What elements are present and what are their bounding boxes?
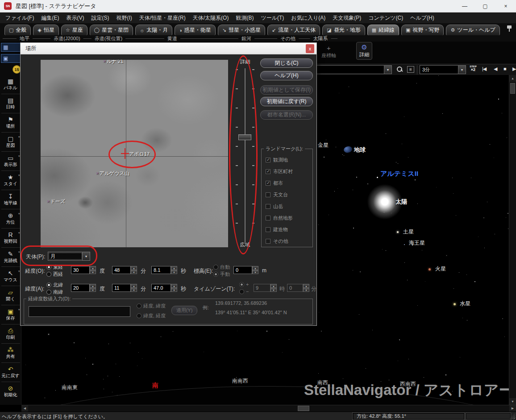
search-icon[interactable] <box>396 66 403 73</box>
elevation-spinner[interactable]: ▲▼ <box>252 266 258 274</box>
body-select[interactable]: 月 <box>48 252 90 261</box>
radio-selected[interactable] <box>46 283 51 287</box>
scroll-down-arrow[interactable]: ▼ <box>509 398 516 405</box>
radio-disabled[interactable] <box>137 313 141 318</box>
latitude-minutes-spinner[interactable]: ▲▼ <box>131 284 137 292</box>
slider-track[interactable] <box>245 68 246 242</box>
landmark-observation-site[interactable]: 観測地 <box>266 157 288 163</box>
step-back-button[interactable]: ◀ <box>494 66 497 72</box>
latitude-degrees-spinner[interactable]: ▲▼ <box>90 284 96 292</box>
list-icon[interactable]: ≡ <box>407 66 414 73</box>
landmark-structures[interactable]: 建造物 <box>266 226 288 233</box>
landmark-other[interactable]: その他 <box>266 238 288 245</box>
play-forward-button[interactable]: ▶ <box>512 66 516 72</box>
radio-selected-disabled[interactable] <box>213 272 218 277</box>
west-longitude-radio[interactable]: 西経 <box>46 271 63 278</box>
vertical-scrollbar[interactable]: ▲ ▼ <box>509 75 516 405</box>
sidebar-item-horizon[interactable]: ↧地平線 <box>0 190 21 209</box>
vertical-scroll-thumb[interactable] <box>510 83 515 94</box>
radio-disabled[interactable] <box>239 289 244 294</box>
sidebar-item-open[interactable]: ▱開く <box>0 286 21 305</box>
radio[interactable] <box>46 290 51 295</box>
menu-tools[interactable]: ツール(T) <box>257 13 287 23</box>
radio-selected[interactable] <box>46 265 51 270</box>
sidebar-item-save[interactable]: ▣保存 <box>0 305 21 324</box>
apply-button[interactable]: 適用(Y) <box>171 306 197 315</box>
checkbox[interactable] <box>266 239 270 244</box>
sidebar-item-azimuth[interactable]: ⊕方位 <box>0 209 21 228</box>
menu-observation[interactable]: 観測(B) <box>232 13 257 23</box>
skip-to-start-button[interactable]: |◀ <box>482 66 486 72</box>
menu-solar-system[interactable]: 天体/太陽系(O) <box>189 13 233 23</box>
timezone-minus-radio[interactable]: − <box>239 289 249 294</box>
sidebar-item-starchart[interactable]: ▢星図 <box>0 133 21 151</box>
checkbox-checked[interactable] <box>266 181 270 186</box>
checkbox-checked[interactable] <box>266 158 270 162</box>
checkbox[interactable] <box>266 216 270 220</box>
detail-button[interactable]: ⚙ 詳細 <box>356 42 372 60</box>
tab-daylight-terrain[interactable]: ◪昼光・地形 <box>322 25 365 35</box>
checkbox-checked[interactable] <box>266 169 270 174</box>
timezone-minute-field[interactable]: 0 <box>287 284 303 292</box>
horizontal-scroll-thumb[interactable] <box>298 406 309 411</box>
latitude-seconds-field[interactable]: 47.0 <box>151 284 171 292</box>
save-as-default-button[interactable]: 初期値として保存(I) <box>260 85 313 95</box>
step-icon[interactable]: STEP ×2 <box>468 65 479 72</box>
timezone-plus-radio[interactable]: + <box>239 282 249 287</box>
landmark-observatory[interactable]: 天文台 <box>266 191 288 198</box>
elevation-auto-radio[interactable]: 自動 <box>213 264 230 270</box>
map-zoom-slider[interactable]: 詳細 広域 <box>232 58 258 248</box>
dialog-close-button[interactable]: x <box>306 44 314 53</box>
scroll-right-arrow[interactable]: ▶ <box>509 405 516 412</box>
select-city-button[interactable]: 都市名選択(N)... <box>260 110 313 120</box>
menu-settings[interactable]: 設定(S) <box>87 13 112 23</box>
dialog-title-bar[interactable]: 場所 x <box>21 43 316 54</box>
latitude-seconds-spinner[interactable]: ▲▼ <box>171 284 177 292</box>
radio[interactable] <box>46 272 51 277</box>
checkbox[interactable] <box>266 227 270 232</box>
east-longitude-radio[interactable]: 東経 <box>46 264 63 270</box>
menu-fov[interactable]: 視野(I) <box>112 13 135 23</box>
north-latitude-radio[interactable]: 北緯 <box>46 282 63 288</box>
latitude-degrees-field[interactable]: 20 <box>71 284 90 292</box>
help-button[interactable]: ヘルプ(H) <box>260 71 313 80</box>
longitude-seconds-field[interactable]: 8.1 <box>151 266 171 274</box>
timezone-minute-spinner[interactable]: ▲▼ <box>303 284 309 292</box>
stop-button[interactable]: ■ <box>504 66 506 71</box>
menu-contents[interactable]: コンテンツ(C) <box>365 13 407 23</box>
search-combo[interactable] <box>315 65 392 74</box>
longitude-minutes-spinner[interactable]: ▲▼ <box>131 266 137 274</box>
tab-tools-help[interactable]: ⚙ツール・ヘルプ <box>446 25 499 35</box>
tab-planets[interactable]: ◑惑星・衛星 <box>175 25 216 35</box>
sidebar-item-display-format[interactable]: ▭表示形 <box>0 152 21 170</box>
order-lat-lon-radio[interactable]: 緯度, 経度 <box>137 312 166 319</box>
menu-stars-constellations[interactable]: 天体/恒星・星座(R) <box>136 13 189 23</box>
menu-view[interactable]: 表示(V) <box>62 13 87 23</box>
coordinate-axis-button[interactable]: + 座標軸 <box>319 43 339 60</box>
landmark-municipality[interactable]: 市区町村 <box>266 168 293 175</box>
tab-stars[interactable]: ◈恒星 <box>33 25 58 35</box>
longitude-degrees-field[interactable]: 30 <box>71 266 90 274</box>
menu-file[interactable]: ファイル(F) <box>2 13 37 23</box>
landmark-mountains[interactable]: 山岳 <box>266 203 283 210</box>
sidebar-item-print[interactable]: ⎙印刷 <box>0 324 21 343</box>
maximize-button[interactable]: ▢ <box>475 0 495 12</box>
scroll-up-arrow[interactable]: ▲ <box>509 75 516 82</box>
tab-sun-moon[interactable]: ☼太陽・月 <box>135 25 172 35</box>
radio-disabled[interactable] <box>137 304 141 308</box>
sidebar-item-datetime[interactable]: ▤日時 <box>0 94 21 113</box>
close-dialog-button[interactable]: 閉じる(C) <box>260 58 313 68</box>
radio-selected-disabled[interactable] <box>239 282 244 287</box>
tab-nebulae[interactable]: ◯星雲・星団 <box>90 25 133 35</box>
tab-constellations[interactable]: ☆星座 <box>61 25 87 35</box>
checkbox[interactable] <box>266 204 270 209</box>
menu-favorites[interactable]: お気に入り(A) <box>287 13 329 23</box>
order-lon-lat-radio[interactable]: 経度, 緯度 <box>137 303 166 309</box>
sidebar-item-light-trail[interactable]: ✎光跡残 <box>0 248 21 266</box>
elevation-field[interactable]: 0 <box>233 266 252 274</box>
menu-phenomena[interactable]: 天文現象(P) <box>329 13 365 23</box>
timezone-hour-field[interactable]: 9 <box>254 284 270 292</box>
sidebar-item-fov-rotation[interactable]: R視野回 <box>0 229 21 247</box>
scroll-left-arrow[interactable]: ◀ <box>21 405 28 412</box>
time-step-combo[interactable]: 3分 <box>420 65 466 74</box>
